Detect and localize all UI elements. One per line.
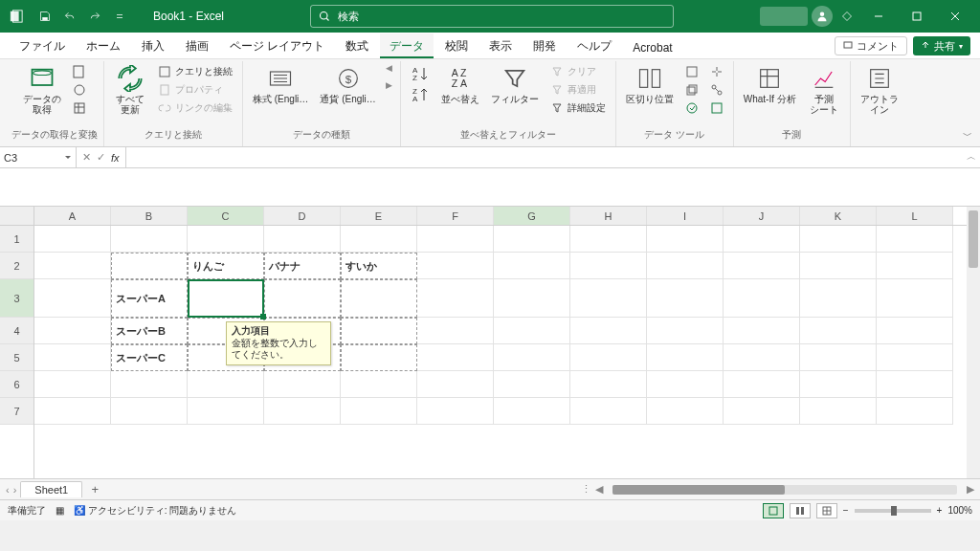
tab-insert[interactable]: 挿入	[132, 33, 174, 58]
name-box[interactable]: C3	[0, 147, 77, 167]
from-text-icon[interactable]	[69, 63, 90, 80]
cell[interactable]	[188, 226, 264, 253]
cell[interactable]	[877, 318, 953, 344]
cell[interactable]	[647, 398, 724, 425]
sheet-prev-icon[interactable]: ‹	[6, 484, 10, 496]
cell[interactable]	[570, 279, 647, 318]
formula-bar-expanded[interactable]	[0, 168, 980, 207]
cell[interactable]	[877, 344, 953, 371]
cell[interactable]	[34, 226, 111, 253]
sort-az-icon[interactable]: AZ	[407, 63, 434, 84]
maximize-button[interactable]	[900, 3, 934, 30]
tab-acrobat[interactable]: Acrobat	[623, 36, 681, 58]
cell[interactable]	[264, 226, 341, 253]
cell[interactable]	[494, 279, 570, 318]
col-header[interactable]: A	[34, 207, 111, 225]
properties-button[interactable]: プロパティ	[154, 81, 236, 99]
advanced-filter-button[interactable]: 詳細設定	[546, 99, 610, 117]
cell[interactable]	[877, 279, 953, 318]
enter-formula-icon[interactable]: ✓	[95, 151, 107, 164]
share-button[interactable]: 共有▾	[913, 36, 970, 55]
col-header[interactable]: D	[264, 207, 341, 225]
cell[interactable]	[417, 279, 494, 318]
cell[interactable]	[34, 398, 111, 425]
cell[interactable]	[264, 371, 341, 398]
redo-icon[interactable]	[84, 6, 105, 27]
cell[interactable]	[494, 253, 570, 279]
reapply-button[interactable]: 再適用	[546, 81, 610, 99]
close-button[interactable]	[938, 3, 972, 30]
chevron-right-icon[interactable]: ▶	[386, 80, 392, 90]
cell[interactable]	[647, 344, 724, 371]
cell[interactable]: スーパーC	[111, 344, 188, 371]
queries-connections-button[interactable]: クエリと接続	[154, 63, 236, 80]
cell[interactable]	[800, 279, 877, 318]
cell[interactable]	[341, 398, 417, 425]
cell[interactable]	[570, 253, 647, 279]
cell[interactable]	[877, 371, 953, 398]
stocks-datatype-button[interactable]: 株式 (Engli…	[249, 63, 312, 106]
zoom-level[interactable]: 100%	[947, 505, 972, 516]
cell[interactable]	[34, 253, 111, 279]
sheet-tab[interactable]: Sheet1	[20, 481, 82, 497]
cell[interactable]	[570, 226, 647, 253]
cell[interactable]	[647, 279, 724, 318]
cell[interactable]	[111, 398, 188, 425]
row-header[interactable]: 4	[0, 318, 33, 344]
cell[interactable]	[877, 253, 953, 279]
cell[interactable]	[570, 344, 647, 371]
col-header[interactable]: G	[494, 207, 570, 225]
cell[interactable]	[111, 371, 188, 398]
cell[interactable]	[34, 318, 111, 344]
collapse-ribbon-icon[interactable]: ﹀	[963, 129, 972, 143]
cell[interactable]	[877, 226, 953, 253]
cell[interactable]	[570, 398, 647, 425]
cell[interactable]	[341, 344, 417, 371]
cell[interactable]	[570, 318, 647, 344]
cell[interactable]	[417, 253, 494, 279]
cell[interactable]	[188, 398, 264, 425]
cell[interactable]: りんご	[188, 253, 264, 279]
cell[interactable]	[877, 398, 953, 425]
col-header[interactable]: K	[800, 207, 877, 225]
cell[interactable]	[111, 226, 188, 253]
cell[interactable]	[724, 253, 800, 279]
cell[interactable]	[724, 371, 800, 398]
search-input[interactable]: 検索	[310, 5, 674, 28]
cell[interactable]	[800, 371, 877, 398]
clear-filter-button[interactable]: クリア	[546, 63, 610, 80]
expand-formula-bar-icon[interactable]: ︿	[967, 150, 976, 164]
cell[interactable]	[724, 398, 800, 425]
col-header[interactable]: J	[724, 207, 800, 225]
undo-icon[interactable]	[59, 6, 80, 27]
fx-icon[interactable]: fx	[109, 152, 122, 164]
cell[interactable]: バナナ	[264, 253, 341, 279]
cell[interactable]	[417, 344, 494, 371]
tab-help[interactable]: ヘルプ	[568, 33, 621, 58]
normal-view-icon[interactable]	[763, 503, 784, 518]
sheet-next-icon[interactable]: ›	[13, 484, 17, 496]
chevron-left-icon[interactable]: ◀	[386, 63, 392, 73]
row-header[interactable]: 1	[0, 226, 33, 253]
cell[interactable]	[724, 226, 800, 253]
cell[interactable]	[647, 253, 724, 279]
col-header[interactable]: C	[188, 207, 264, 225]
page-layout-view-icon[interactable]	[790, 503, 811, 518]
cell[interactable]	[570, 371, 647, 398]
cell[interactable]	[800, 398, 877, 425]
tab-data[interactable]: データ	[380, 33, 434, 58]
zoom-out-button[interactable]: −	[843, 505, 849, 516]
row-header[interactable]: 3	[0, 279, 33, 318]
currency-datatype-button[interactable]: $通貨 (Engli…	[316, 63, 379, 106]
cell[interactable]	[647, 226, 724, 253]
cell[interactable]	[494, 398, 570, 425]
macro-record-icon[interactable]: ▦	[56, 505, 64, 516]
accessibility-status[interactable]: ♿ アクセシビリティ: 問題ありません	[74, 504, 236, 518]
cell[interactable]	[34, 279, 111, 318]
cell[interactable]	[264, 398, 341, 425]
cell[interactable]	[494, 318, 570, 344]
get-data-button[interactable]: データの 取得	[19, 63, 65, 117]
col-header[interactable]: L	[877, 207, 953, 225]
tab-draw[interactable]: 描画	[176, 33, 218, 58]
row-header[interactable]: 2	[0, 253, 33, 279]
